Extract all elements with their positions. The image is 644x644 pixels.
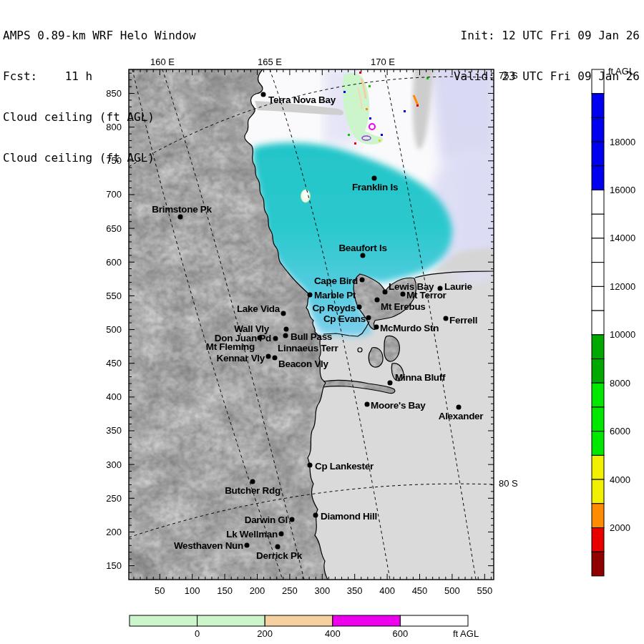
colorbar-cell (265, 615, 333, 626)
station-label: Alexander (439, 411, 484, 421)
colorbar-cell (592, 504, 604, 528)
x-axis-label: 250 (282, 585, 298, 596)
station-dot (283, 333, 288, 338)
colorbar-bottom-label: 0 (195, 628, 200, 639)
valid-time: Valid: 23 UTC Fri 09 Jan 26 (454, 69, 640, 83)
station-dot (279, 532, 284, 537)
station-label: Cp Evans (323, 313, 366, 324)
x-axis-label: 350 (347, 585, 363, 596)
station-label: Diamond Hill (321, 511, 377, 522)
field-name-2: Cloud ceiling (ft AGL) (3, 151, 196, 165)
x-axis-label: 200 (250, 585, 265, 596)
x-axis-label: 450 (412, 585, 428, 596)
station-dot (290, 517, 295, 522)
station-dot (281, 311, 286, 316)
y-axis-label: 400 (106, 391, 122, 402)
station-label: Butcher Rdg (225, 485, 280, 496)
y-axis-label: 600 (106, 257, 122, 268)
latitude-label: 80 S (499, 478, 518, 489)
station-label: Bull Pass (291, 331, 332, 342)
x-axis-label: 550 (477, 585, 492, 596)
station-label: Mt Terror (406, 290, 447, 301)
station-label: Moore's Bay (371, 400, 426, 411)
colorbar-cell (592, 552, 604, 576)
x-axis-label: 50 (155, 585, 165, 596)
colorbar-cell (592, 527, 604, 552)
station-dot (273, 336, 278, 341)
y-axis-label: 500 (106, 324, 122, 335)
station-dot (275, 545, 280, 550)
station-dot (457, 405, 462, 410)
station-label: Lake Vida (237, 303, 280, 314)
station-dot (366, 316, 371, 321)
station-dot (308, 293, 313, 298)
colorbar-cell (592, 407, 604, 431)
station-label: Marble Pt (314, 290, 356, 301)
colorbar-cell (592, 479, 604, 504)
y-axis-label: 550 (106, 291, 122, 301)
station-label: Beaufort Is (338, 243, 386, 253)
colorbar-right-label: 4000 (610, 474, 630, 485)
station-dot (374, 325, 379, 330)
station-dot (266, 354, 271, 359)
station-dot (388, 381, 393, 386)
colorbar-right-label: 14000 (610, 233, 635, 243)
station-label: Beacon Vly (278, 358, 329, 369)
x-axis-label: 300 (314, 585, 330, 596)
station-dot (357, 305, 362, 310)
colorbar-cell (592, 286, 604, 311)
y-axis-label: 200 (106, 527, 122, 537)
station-dot (178, 215, 183, 220)
y-axis-label: 250 (106, 493, 122, 504)
station-label: Cp Lankester (315, 461, 374, 472)
colorbar-cell (592, 142, 604, 166)
colorbar-cell (592, 359, 604, 384)
plot-title-block: AMPS 0.89-km WRF Helo Window Fcst: 11 h … (3, 1, 196, 192)
amps-forecast-page: AMPS 0.89-km WRF Helo Window Fcst: 11 h … (0, 0, 644, 644)
station-label: Linnaeus Terr (278, 343, 338, 353)
station-label: Kennar Vly (216, 353, 265, 364)
station-label: Mt Erebus (381, 301, 426, 312)
x-axis-label: 500 (444, 585, 460, 596)
station-label: Cape Bird (314, 275, 358, 286)
colorbar-cell (400, 615, 468, 626)
station-dot (372, 176, 377, 181)
init-valid-block: Init: 12 UTC Fri 09 Jan 26 Valid: 23 UTC… (454, 1, 640, 110)
colorbar-bottom-label: 600 (393, 628, 409, 639)
colorbar-right-label: 18000 (610, 137, 635, 147)
colorbar-bottom-title: ft AGL (453, 628, 479, 639)
init-time: Init: 12 UTC Fri 09 Jan 26 (454, 29, 640, 42)
colorbar-right-label: 6000 (610, 426, 630, 436)
colorbar-cell (197, 615, 265, 626)
x-axis-label: 100 (185, 585, 200, 596)
y-axis-label: 650 (106, 223, 122, 234)
colorbar-cell (592, 190, 604, 215)
station-label: Laurie (444, 281, 473, 292)
colorbar-right: 1800016000140001200010000800060004000200… (592, 69, 635, 576)
colorbar-right-label: 2000 (610, 522, 630, 533)
station-dot (401, 292, 406, 297)
station-label: McMurdo Stn (380, 323, 439, 333)
station-dot (245, 543, 250, 548)
colorbar-right-label: 16000 (610, 185, 635, 195)
colorbar-cell (592, 383, 604, 407)
station-label: Cp Royds (312, 303, 356, 313)
station-dot (273, 356, 278, 361)
colorbar-cell (592, 214, 604, 238)
colorbar-cell (592, 335, 604, 359)
colorbar-bottom-label: 200 (257, 628, 273, 639)
plot-title: AMPS 0.89-km WRF Helo Window (3, 29, 196, 42)
colorbar-cell (592, 238, 604, 263)
y-axis-label: 350 (106, 425, 122, 436)
y-axis-label: 300 (106, 459, 122, 470)
station-label: Franklin Is (352, 182, 398, 192)
station-label: Mt Fleming (206, 341, 255, 352)
field-name-1: Cloud ceiling (ft AGL) (3, 110, 196, 124)
x-axis-label: 150 (217, 585, 233, 596)
colorbar-cell (592, 263, 604, 287)
station-label: Westhaven Nun (174, 540, 243, 551)
x-axis-label: 400 (379, 585, 395, 596)
colorbar-cell (592, 431, 604, 456)
colorbar-right-label: 10000 (610, 329, 635, 340)
colorbar-cell (592, 455, 604, 479)
